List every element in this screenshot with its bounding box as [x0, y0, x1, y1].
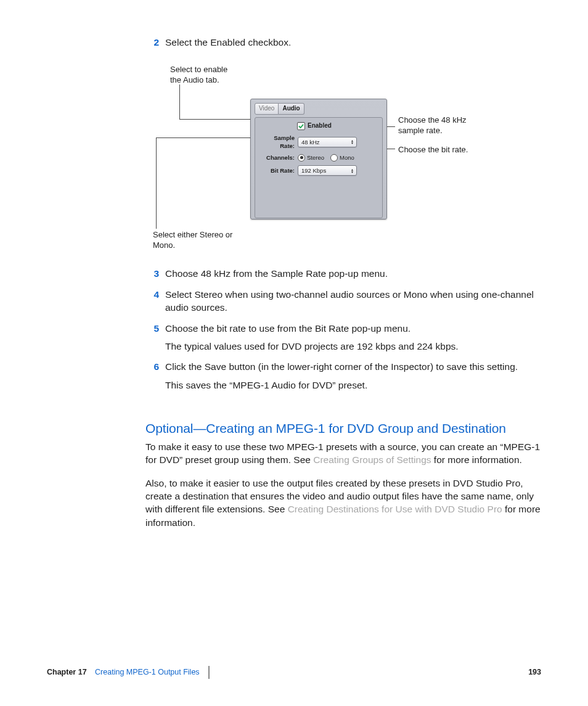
footer-chapter: Chapter 17: [47, 668, 87, 676]
callout-sample-rate: Choose the 48 kHz sample rate.: [398, 115, 478, 136]
audio-tab-figure: Select to enable the Audio tab. Choose t…: [145, 65, 541, 250]
step-text: Select Stereo when using two-channel aud…: [165, 288, 541, 314]
step-text: Choose the bit rate to use from the Bit …: [165, 322, 541, 335]
step-text: Select the Enabled checkbox.: [165, 36, 541, 49]
tab-body: Enabled Sample Rate: 48 kHz ▴▾ Channels:…: [255, 117, 383, 218]
callout-enable-audio: Select to enable the Audio tab.: [170, 65, 238, 85]
sample-rate-label: Sample Rate:: [259, 134, 295, 150]
section-para-2: Also, to make it easier to use the outpu…: [145, 477, 541, 530]
tab-bar: Video Audio: [255, 103, 383, 115]
link-creating-groups[interactable]: Creating Groups of Settings: [313, 454, 431, 465]
step-2: 2 Select the Enabled checkbox.: [145, 36, 541, 54]
audio-tab-panel: Video Audio Enabled Sample Rate: 48 kHz …: [250, 99, 387, 220]
stereo-radio[interactable]: [298, 154, 305, 162]
step-number: 2: [145, 36, 159, 54]
page-footer: Chapter 17 Creating MPEG-1 Output Files …: [0, 666, 588, 679]
footer-page-number: 193: [520, 666, 541, 679]
mono-radio[interactable]: [330, 154, 338, 162]
step-number: 4: [145, 288, 159, 319]
callout-channels: Select either Stereo or Mono.: [153, 230, 233, 250]
para-text: for more information.: [431, 454, 522, 465]
tab-video[interactable]: Video: [255, 103, 279, 115]
footer-title: Creating MPEG-1 Output Files: [95, 668, 200, 676]
bit-rate-value: 192 Kbps: [301, 166, 326, 174]
stereo-label: Stereo: [307, 154, 324, 162]
check-icon: [298, 123, 304, 129]
callout-bit-rate: Choose the bit rate.: [398, 145, 484, 155]
step-number: 6: [145, 360, 159, 396]
enabled-checkbox[interactable]: [297, 122, 305, 130]
section-para-1: To make it easy to use these two MPEG-1 …: [145, 440, 541, 467]
step-note: This saves the “MPEG-1 Audio for DVD” pr…: [165, 379, 541, 392]
channels-label: Channels:: [259, 154, 295, 162]
bit-rate-label: Bit Rate:: [259, 166, 295, 174]
step-5: 5 Choose the bit rate to use from the Bi…: [145, 322, 541, 358]
step-3: 3 Choose 48 kHz from the Sample Rate pop…: [145, 267, 541, 285]
sample-rate-value: 48 kHz: [301, 138, 320, 146]
callout-line: [156, 138, 253, 138]
step-number: 3: [145, 267, 159, 285]
callout-line: [179, 84, 180, 119]
popup-arrows-icon: ▴▾: [349, 168, 354, 173]
enabled-label: Enabled: [308, 121, 332, 130]
callout-line: [156, 138, 157, 229]
step-6: 6 Click the Save button (in the lower-ri…: [145, 360, 541, 396]
section-heading: Optional—Creating an MPEG-1 for DVD Grou…: [145, 420, 541, 438]
link-creating-destinations[interactable]: Creating Destinations for Use with DVD S…: [288, 504, 502, 514]
step-note: The typical values used for DVD projects…: [165, 340, 541, 353]
step-text: Choose 48 kHz from the Sample Rate pop-u…: [165, 267, 541, 280]
step-text: Click the Save button (in the lower-righ…: [165, 360, 541, 373]
mono-label: Mono: [340, 154, 354, 162]
step-number: 5: [145, 322, 159, 358]
bit-rate-popup[interactable]: 192 Kbps ▴▾: [298, 165, 357, 176]
popup-arrows-icon: ▴▾: [349, 139, 354, 144]
step-4: 4 Select Stereo when using two-channel a…: [145, 288, 541, 319]
tab-audio[interactable]: Audio: [279, 103, 304, 115]
sample-rate-popup[interactable]: 48 kHz ▴▾: [298, 137, 357, 147]
